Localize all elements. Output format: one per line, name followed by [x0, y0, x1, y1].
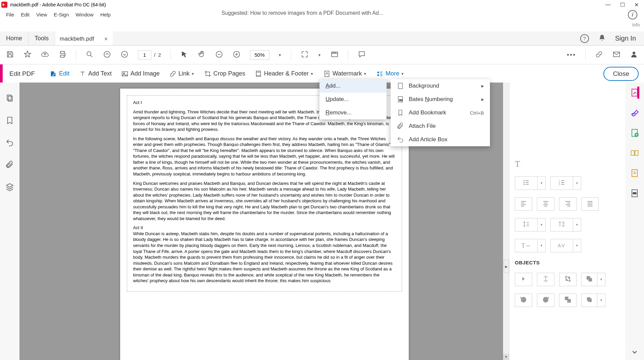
hand-icon[interactable]: [198, 50, 206, 60]
bates-icon: 012: [397, 96, 404, 103]
export-pdf-icon[interactable]: [630, 128, 639, 138]
document-text-frame[interactable]: Act I Amid thunder and lightning, Three …: [127, 95, 402, 292]
read-mode-icon[interactable]: [331, 50, 339, 60]
organize-icon[interactable]: [630, 148, 639, 158]
info-icon[interactable]: i: [628, 10, 637, 19]
zoom-in-icon[interactable]: [233, 50, 241, 60]
svg-rect-12: [378, 71, 379, 73]
menu-esign[interactable]: E-Sign: [50, 10, 72, 19]
find-icon[interactable]: [86, 50, 94, 60]
edit-tool-add-text[interactable]: Add Text: [74, 70, 116, 78]
menu-help[interactable]: Help: [97, 10, 114, 19]
svg-text:3: 3: [559, 183, 560, 186]
notifications-icon[interactable]: [598, 34, 606, 43]
scroll-down-icon[interactable]: ▼: [503, 354, 509, 360]
edit-tool-edit[interactable]: Edit: [45, 70, 74, 78]
expand-tools-icon[interactable]: [630, 347, 639, 357]
expand-right-handle[interactable]: ▶: [504, 260, 509, 273]
edit-tool-more[interactable]: More ▼: [371, 70, 409, 78]
share-link-icon[interactable]: [595, 50, 603, 60]
zoom-chevron-icon[interactable]: ▼: [278, 53, 282, 57]
zoom-value[interactable]: 50%: [250, 50, 269, 60]
zoom-out-icon[interactable]: [215, 50, 223, 60]
menu-file[interactable]: File: [3, 10, 17, 19]
edit-tool-header-footer[interactable]: Header & Footer ▼: [250, 70, 318, 78]
undo-icon[interactable]: [5, 138, 14, 148]
minimize-icon[interactable]: —: [605, 2, 611, 8]
help-icon[interactable]: ?: [580, 34, 589, 43]
text-format-icon[interactable]: T: [515, 159, 520, 169]
crop-object-button[interactable]: [559, 273, 577, 286]
email-icon[interactable]: [612, 50, 621, 60]
edit-tool-link[interactable]: Link ▼: [164, 70, 199, 78]
compress-icon[interactable]: [630, 168, 639, 178]
align-center-button[interactable]: [537, 197, 554, 211]
more-tools-icon[interactable]: •••: [567, 51, 576, 59]
page-down-icon[interactable]: [120, 50, 129, 60]
flip-vertical-button[interactable]: [537, 273, 554, 286]
arrange-button[interactable]: ▼: [581, 273, 605, 286]
svg-rect-25: [567, 299, 571, 302]
comment-icon[interactable]: [358, 50, 366, 60]
chevron-right-icon: ▶: [481, 97, 484, 102]
thumbnails-icon[interactable]: [5, 94, 14, 104]
cloud-upload-icon[interactable]: [41, 50, 49, 60]
suggested-hint[interactable]: Suggested: How to remove images from a P…: [221, 10, 383, 19]
fit-chevron-icon[interactable]: ▼: [317, 53, 321, 57]
watermark-add-item[interactable]: Add...: [319, 79, 387, 93]
redact-icon[interactable]: [630, 189, 639, 198]
rotate-ccw-button[interactable]: [515, 294, 532, 307]
window-title: mackbeth.pdf - Adobe Acrobat Pro DC (64-…: [10, 2, 106, 7]
sign-in-link[interactable]: Sign In: [615, 35, 636, 42]
edit-tool-add-image[interactable]: Add Image: [116, 70, 164, 78]
print-icon[interactable]: [58, 50, 66, 60]
attachments-icon[interactable]: [5, 160, 14, 170]
account-icon[interactable]: [630, 50, 638, 60]
more-attach-item[interactable]: Attach File: [391, 119, 490, 133]
tab-tools[interactable]: Tools: [29, 32, 55, 45]
chevron-down-icon: ▼: [363, 72, 367, 76]
rotate-cw-button[interactable]: [537, 294, 554, 307]
tab-home[interactable]: Home: [0, 32, 29, 45]
align-objects-button[interactable]: ▼: [581, 294, 605, 307]
menu-edit[interactable]: Edit: [17, 10, 33, 19]
document-page[interactable]: Act I Amid thunder and lightning, Three …: [120, 89, 409, 360]
edit-tool-crop[interactable]: Crop Pages: [199, 70, 250, 78]
horizontal-scale-button[interactable]: T↔ ▼: [515, 239, 546, 252]
menu-view[interactable]: View: [33, 10, 50, 19]
tab-close-icon[interactable]: ✕: [104, 36, 108, 42]
watermark-update-item[interactable]: Update...: [319, 93, 387, 106]
tab-document[interactable]: mackbeth.pdf ✕: [55, 32, 113, 45]
align-right-button[interactable]: [559, 197, 577, 211]
create-pdf-icon[interactable]: [630, 88, 639, 97]
save-icon[interactable]: [6, 50, 14, 60]
page-up-icon[interactable]: [103, 50, 111, 60]
close-window-icon[interactable]: ✕: [634, 2, 639, 8]
paragraph-spacing-button[interactable]: ▼: [550, 218, 581, 232]
align-left-button[interactable]: [515, 197, 532, 211]
watermark-remove-item[interactable]: Remove...: [319, 106, 387, 119]
edit-tool-watermark[interactable]: Watermark ▼: [318, 70, 371, 78]
more-background-item[interactable]: Background ▶: [391, 79, 490, 93]
more-article-item[interactable]: Add Article Box: [391, 133, 490, 146]
maximize-icon[interactable]: ☐: [620, 2, 625, 8]
doc-scrollbar[interactable]: [503, 83, 509, 360]
replace-image-button[interactable]: [559, 294, 577, 307]
more-bates-item[interactable]: 012 Bates Numbering ▶: [391, 93, 490, 106]
bookmarks-icon[interactable]: [5, 116, 14, 126]
close-edit-button[interactable]: Close: [603, 67, 639, 81]
bullet-list-button[interactable]: ▼: [515, 176, 546, 190]
page-current-input[interactable]: [138, 50, 151, 60]
line-spacing-button[interactable]: ▼: [515, 218, 546, 232]
menu-window[interactable]: Window: [72, 10, 97, 19]
selection-icon[interactable]: [180, 50, 188, 60]
fit-width-icon[interactable]: [301, 50, 309, 60]
character-spacing-button[interactable]: AV ▼: [550, 239, 581, 252]
layers-icon[interactable]: [5, 183, 14, 193]
sign-icon[interactable]: [630, 108, 639, 117]
flip-horizontal-button[interactable]: [515, 273, 532, 286]
numbered-list-button[interactable]: 123 ▼: [550, 176, 581, 190]
star-icon[interactable]: [23, 50, 32, 60]
more-bookmark-item[interactable]: Add Bookmark Ctrl+B: [391, 106, 490, 119]
align-justify-button[interactable]: [581, 197, 599, 211]
